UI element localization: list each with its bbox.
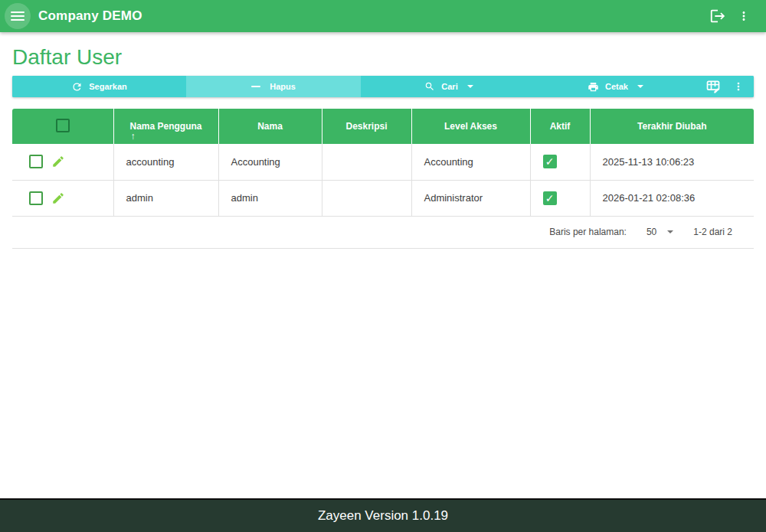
logout-button[interactable]: [705, 3, 731, 29]
page-title: Daftar User: [12, 45, 754, 70]
user-table: Nama Pengguna ↑ Nama Deskripsi Level Aks…: [12, 109, 754, 217]
table-header-row: Nama Pengguna ↑ Nama Deskripsi Level Aks…: [12, 109, 754, 144]
refresh-label: Segarkan: [89, 82, 127, 91]
rows-per-page-caret-icon: [667, 230, 673, 233]
search-caret-icon: [467, 85, 473, 88]
cell-username: admin: [113, 180, 218, 216]
sort-ascending-icon: ↑: [131, 131, 136, 142]
active-checkbox[interactable]: [543, 155, 557, 168]
cell-description: [322, 180, 411, 216]
rows-per-page-value: 50: [647, 227, 656, 237]
row-checkbox[interactable]: [29, 155, 43, 168]
kebab-menu-icon: [732, 80, 745, 93]
pencil-icon: [51, 155, 65, 168]
cell-active: [530, 180, 590, 216]
kebab-menu-icon: [737, 9, 751, 23]
cell-last-modified: 2025-11-13 10:06:23: [590, 144, 754, 180]
cell-name: admin: [218, 180, 322, 216]
print-button[interactable]: Cetak: [537, 76, 694, 97]
delete-button[interactable]: Hapus: [186, 76, 361, 97]
edit-columns-button[interactable]: [703, 77, 723, 96]
app-footer: Zayeen Version 1.0.19: [0, 498, 766, 532]
select-all-checkbox[interactable]: [56, 119, 70, 132]
search-label: Cari: [441, 82, 457, 91]
print-caret-icon: [637, 85, 643, 88]
rows-per-page-select[interactable]: 50: [647, 227, 673, 237]
rows-per-page-label: Baris per halaman:: [549, 227, 627, 237]
edit-row-button[interactable]: [51, 154, 66, 169]
header-access-level[interactable]: Level Akses: [411, 109, 530, 144]
logout-icon: [709, 8, 726, 24]
active-checkbox[interactable]: [543, 191, 557, 205]
header-description[interactable]: Deskripsi: [322, 109, 411, 144]
delete-label: Hapus: [270, 82, 296, 91]
pencil-icon: [51, 191, 65, 205]
print-label: Cetak: [605, 82, 628, 91]
printer-icon: [588, 81, 599, 93]
table-row: admin admin Administrator 2026-01-21 02:…: [12, 180, 754, 216]
toolbar-overflow-button[interactable]: [731, 77, 746, 96]
header-last-modified[interactable]: Terakhir Diubah: [590, 109, 754, 144]
hamburger-icon: [11, 9, 25, 23]
header-select-all[interactable]: [12, 109, 113, 144]
header-active[interactable]: Aktif: [530, 109, 590, 144]
row-checkbox[interactable]: [29, 191, 43, 205]
pagination-bar: Baris per halaman: 50 1-2 dari 2: [12, 217, 754, 249]
cell-last-modified: 2026-01-21 02:08:36: [590, 180, 754, 216]
overflow-menu-button[interactable]: [731, 3, 757, 29]
cell-active: [530, 144, 590, 180]
version-text: Zayeen Version 1.0.19: [318, 508, 448, 524]
cell-access-level: Accounting: [411, 144, 530, 180]
menu-button[interactable]: [5, 3, 31, 29]
app-title: Company DEMO: [38, 8, 142, 24]
minus-icon: [251, 86, 260, 87]
refresh-icon: [71, 81, 83, 93]
table-edit-icon: [705, 79, 721, 94]
edit-row-button[interactable]: [51, 191, 66, 206]
app-bar: Company DEMO: [0, 0, 766, 32]
cell-description: [322, 144, 411, 180]
cell-name: Accounting: [218, 144, 322, 180]
search-icon: [424, 81, 435, 92]
pagination-range: 1-2 dari 2: [693, 227, 732, 237]
refresh-button[interactable]: Segarkan: [12, 76, 186, 97]
table-toolbar: Segarkan Hapus Cari Cetak: [12, 76, 754, 97]
cell-username: accounting: [113, 144, 218, 180]
header-username[interactable]: Nama Pengguna ↑: [113, 109, 218, 144]
table-row: accounting Accounting Accounting 2025-11…: [12, 144, 754, 180]
header-name[interactable]: Nama: [218, 109, 322, 144]
cell-access-level: Administrator: [411, 180, 530, 216]
search-button[interactable]: Cari: [361, 76, 537, 97]
